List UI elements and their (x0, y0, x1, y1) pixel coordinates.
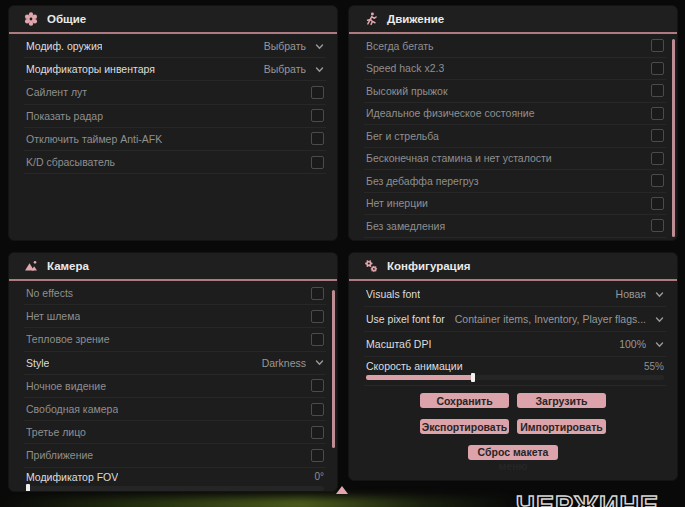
settings-row: Без замедления (364, 215, 666, 238)
movement-scrollbar[interactable] (672, 39, 675, 237)
row-label: Идеальное физическое состояние (366, 107, 535, 119)
row-label: Модификатор FOV (26, 471, 118, 483)
settings-row: Всегда бегать (364, 35, 666, 58)
watermark-text: ЧЕРЖИНЕ (516, 491, 659, 507)
dropdown[interactable]: Выбрать (264, 40, 324, 52)
photo-icon (24, 259, 38, 273)
settings-row: K/D сбрасыватель (24, 151, 326, 174)
panel-title: Камера (47, 260, 89, 272)
panel-general-header: Общие (9, 6, 337, 34)
dropdown[interactable]: Container items, Inventory, Player flags… (455, 313, 664, 325)
row-label: Без дебаффа перегруз (366, 175, 479, 187)
panel-camera: Камера No effectsНет шлемаТепловое зрени… (8, 252, 338, 492)
dropdown-value: Выбрать (264, 40, 306, 52)
checkbox[interactable] (651, 62, 664, 75)
chevron-down-icon (655, 292, 664, 298)
checkbox[interactable] (311, 310, 324, 323)
dropdown[interactable]: Новая (616, 288, 664, 300)
slider-track[interactable] (26, 486, 324, 491)
slider-handle[interactable] (471, 373, 475, 382)
checkbox[interactable] (651, 129, 664, 142)
settings-row: Бег и стрельба (364, 125, 666, 148)
import-button[interactable]: Импортировать (517, 419, 606, 434)
checkbox[interactable] (311, 449, 324, 462)
chevron-down-icon (315, 44, 324, 50)
panel-config-header: Конфигурация (349, 253, 677, 281)
settings-row: Нет шлема (24, 305, 326, 328)
panel-config-rows: Visuals fontНоваяUse pixel font forConta… (349, 281, 677, 386)
row-label: Use pixel font for (366, 313, 445, 325)
slider-handle[interactable] (26, 484, 30, 493)
settings-row: Модиф. оружияВыбрать (24, 35, 326, 58)
config-buttons: СохранитьЗагрузитьЭкспортироватьИмпортир… (349, 386, 677, 460)
checkbox[interactable] (651, 174, 664, 187)
camera-scrollbar[interactable] (332, 290, 335, 448)
slider-value: 55% (644, 361, 664, 372)
settings-row: Нет инерции (364, 193, 666, 216)
checkbox[interactable] (311, 132, 324, 145)
row-label: No effects (26, 287, 73, 299)
row-label: Отключить таймер Anti-AFK (26, 133, 162, 145)
panel-title: Конфигурация (387, 260, 470, 272)
save-button[interactable]: Сохранить (420, 393, 509, 408)
settings-row: No effects (24, 282, 326, 305)
slider-fill (366, 375, 473, 380)
checkbox[interactable] (311, 86, 324, 99)
dropdown[interactable]: 100% (619, 338, 664, 350)
checkbox[interactable] (651, 152, 664, 165)
settings-row: Высокий прыжок (364, 80, 666, 103)
gears-icon (364, 259, 378, 273)
settings-row: Идеальное физическое состояние (364, 103, 666, 126)
row-label: Сайлент лут (26, 86, 87, 98)
row-label: Скорость анимации (366, 360, 463, 372)
dropdown-value: Новая (616, 288, 646, 300)
panel-general-rows: Модиф. оружияВыбратьМодификаторы инвента… (9, 34, 337, 174)
dropdown[interactable]: Darkness (262, 357, 324, 369)
row-label: Свободная камера (26, 403, 118, 415)
row-label: Модиф. оружия (26, 40, 102, 52)
panel-config: Конфигурация Visuals fontНоваяUse pixel … (348, 252, 678, 481)
settings-row: Отключить таймер Anti-AFK (24, 128, 326, 151)
overlay-viewport: ЧЕРЖИНЕ Общие Модиф. оружияВыбратьМодифи… (0, 0, 685, 507)
slider-track[interactable] (366, 375, 664, 380)
checkbox[interactable] (311, 426, 324, 439)
panel-title: Движение (387, 13, 444, 25)
runner-icon (364, 12, 378, 26)
row-label: Нет шлема (26, 310, 80, 322)
checkbox[interactable] (311, 109, 324, 122)
settings-row: Без дебаффа перегруз (364, 170, 666, 193)
export-button[interactable]: Экспортировать (420, 419, 509, 434)
checkbox[interactable] (651, 39, 664, 52)
checkbox[interactable] (651, 219, 664, 232)
settings-row: Тепловое зрение (24, 328, 326, 351)
settings-row: Use pixel font forContainer items, Inven… (364, 307, 666, 332)
row-label: Бег и стрельба (366, 130, 439, 142)
settings-row: Масштаб DPI100% (364, 332, 666, 357)
checkbox[interactable] (311, 287, 324, 300)
checkbox[interactable] (651, 197, 664, 210)
settings-row: Visuals fontНовая (364, 282, 666, 307)
panel-camera-header: Камера (9, 253, 337, 281)
row-label: K/D сбрасыватель (26, 156, 115, 168)
row-label: Visuals font (366, 288, 420, 300)
checkbox[interactable] (311, 403, 324, 416)
checkbox[interactable] (311, 379, 324, 392)
reset-menu-layout-button[interactable]: Сброс макета меню (468, 445, 558, 460)
checkbox[interactable] (651, 107, 664, 120)
load-button[interactable]: Загрузить (517, 393, 606, 408)
row-label: Без замедления (366, 220, 445, 232)
row-label: Всегда бегать (366, 40, 434, 52)
checkbox[interactable] (311, 156, 324, 169)
row-label: Масштаб DPI (366, 338, 431, 350)
panel-movement-rows: Всегда бегатьSpeed hack x2.3Высокий прыж… (349, 34, 677, 238)
game-background-blur (0, 497, 520, 507)
settings-row: Приближение (24, 444, 326, 467)
button-row: Сброс макета меню (349, 445, 677, 460)
row-label: Бесконечная стамина и нет усталости (366, 152, 552, 164)
panel-camera-rows: No effectsНет шлемаТепловое зрениеStyleD… (9, 281, 337, 492)
flower-icon (24, 12, 38, 26)
checkbox[interactable] (311, 333, 324, 346)
button-row: ЭкспортироватьИмпортировать (349, 419, 677, 434)
dropdown[interactable]: Выбрать (264, 63, 324, 75)
checkbox[interactable] (651, 84, 664, 97)
